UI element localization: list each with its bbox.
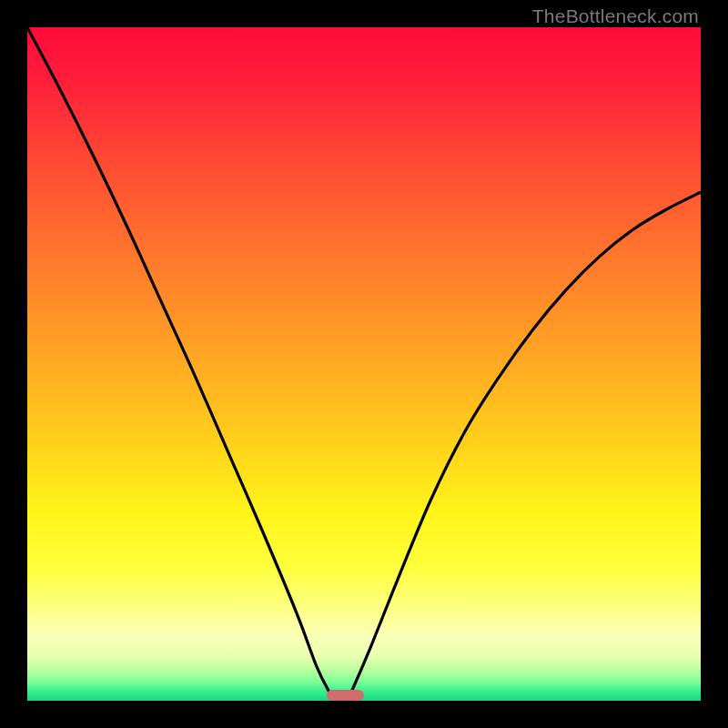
optimum-marker [327,690,364,701]
outer-frame: TheBottleneck.com [0,0,728,728]
watermark-text: TheBottleneck.com [532,5,699,27]
plot-area [27,27,701,701]
curves-layer [27,27,701,701]
right-branch-curve [350,192,701,693]
left-branch-curve [27,27,330,694]
